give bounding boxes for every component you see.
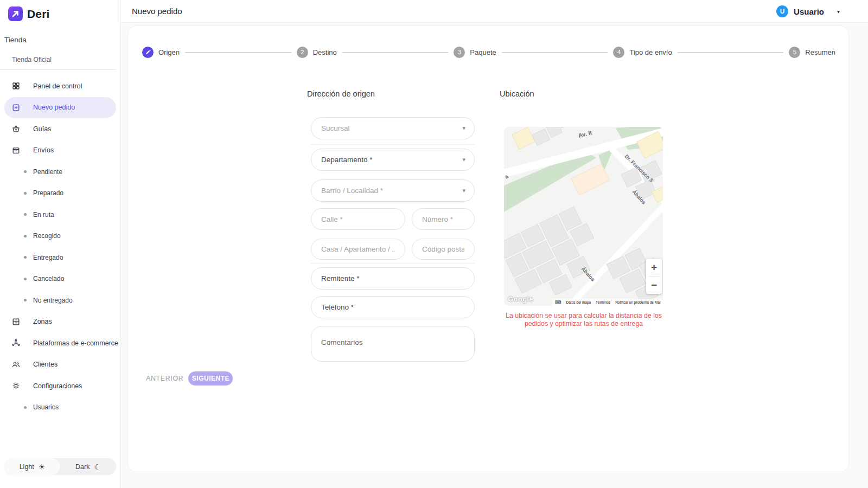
hub-icon bbox=[12, 339, 20, 347]
sidebar-item-clientes[interactable]: Clientes bbox=[0, 354, 120, 376]
theme-dark-button[interactable]: Dark ☾ bbox=[60, 458, 116, 475]
grid-window-icon bbox=[12, 318, 20, 326]
sidebar-item-zonas[interactable]: Zonas bbox=[0, 311, 120, 333]
map-attribution: ⌨ Datos del mapa Términos Notificar un p… bbox=[552, 299, 663, 306]
step-resumen[interactable]: 5 Resumen bbox=[789, 47, 835, 58]
theme-toggle: Light ☀ Dark ☾ bbox=[4, 458, 116, 475]
map-section-title: Ubicación bbox=[500, 89, 534, 98]
location-map[interactable]: Av. It a Dr. Francisco S Ábalos Ábalos G… bbox=[504, 127, 663, 306]
calle-input[interactable] bbox=[311, 208, 405, 230]
step-label: Paquete bbox=[470, 48, 496, 56]
barrio-select[interactable]: Barrio / Localidad * ▾ bbox=[311, 179, 475, 202]
archive-box-icon bbox=[12, 146, 20, 155]
sidebar-item-guias[interactable]: Guías bbox=[0, 118, 120, 140]
gear-icon bbox=[12, 382, 20, 390]
map-zoom-control: + − bbox=[646, 259, 662, 294]
app-logo[interactable]: Deri bbox=[8, 7, 50, 21]
helper-line-2: pedidos y optimizar las rutas de entrega bbox=[493, 320, 675, 328]
map-terms-link[interactable]: Términos bbox=[596, 300, 610, 304]
bullet-dot-icon bbox=[24, 213, 27, 216]
map-report-link[interactable]: Notificar un problema de Mar bbox=[615, 300, 661, 304]
sidebar-item-entregado[interactable]: Entregado bbox=[0, 247, 120, 268]
sidebar-item-no-entregado[interactable]: No entregado bbox=[0, 290, 120, 311]
sidebar-item-label: Nuevo pedido bbox=[33, 104, 75, 111]
sidebar-nav: Panel de control Nuevo pedido Guías bbox=[0, 75, 120, 418]
google-watermark: Google bbox=[508, 295, 533, 303]
helper-line-1: La ubicación se usar para calcular la di… bbox=[493, 312, 675, 320]
telefono-input[interactable] bbox=[311, 296, 475, 318]
sidebar-item-en-ruta[interactable]: En ruta bbox=[0, 204, 120, 226]
sidebar-item-plataformas-ecommerce[interactable]: Plataformas de e-commerce bbox=[0, 332, 120, 354]
keyboard-icon[interactable]: ⌨ bbox=[555, 300, 561, 305]
bullet-dot-icon bbox=[24, 235, 27, 237]
sidebar-item-preparado[interactable]: Preparado bbox=[0, 183, 120, 204]
sidebar-subitem-label: Usuarios bbox=[33, 403, 59, 411]
sidebar-item-panel-de-control[interactable]: Panel de control bbox=[0, 75, 120, 97]
sidebar-subitem-label: No entregado bbox=[33, 297, 73, 304]
step-destino-circle: 2 bbox=[297, 47, 308, 58]
sidebar-item-envios[interactable]: Envíos bbox=[0, 140, 120, 162]
comentarios-textarea[interactable] bbox=[311, 326, 475, 362]
map-canvas: Av. It a Dr. Francisco S Ábalos Ábalos bbox=[504, 127, 663, 306]
numero-input[interactable] bbox=[412, 208, 475, 230]
zoom-in-button[interactable]: + bbox=[646, 259, 662, 276]
wizard-actions: ANTERIOR SIGUIENTE bbox=[146, 371, 233, 386]
sidebar-item-label: Envíos bbox=[33, 146, 54, 154]
basket-icon bbox=[12, 125, 20, 133]
casa-apartamento-input[interactable] bbox=[311, 239, 405, 260]
zoom-out-button[interactable]: − bbox=[646, 277, 662, 294]
sidebar-item-label: Zonas bbox=[33, 318, 52, 325]
sucursal-placeholder: Sucursal bbox=[321, 124, 350, 132]
sun-icon: ☀ bbox=[39, 463, 46, 471]
sidebar-subitem-label: Recogido bbox=[33, 232, 61, 240]
people-icon bbox=[12, 361, 20, 369]
sidebar-item-cancelado[interactable]: Cancelado bbox=[0, 268, 120, 290]
sidebar-item-label: Guías bbox=[33, 125, 51, 133]
bullet-dot-icon bbox=[24, 278, 27, 280]
siguiente-button[interactable]: SIGUIENTE bbox=[188, 371, 233, 386]
theme-dark-label: Dark bbox=[75, 463, 90, 471]
theme-light-button[interactable]: Light ☀ bbox=[4, 458, 60, 475]
step-label: Resumen bbox=[805, 48, 835, 56]
sidebar-item-recogido[interactable]: Recogido bbox=[0, 226, 120, 247]
form-divider bbox=[311, 263, 475, 264]
departamento-select[interactable]: Departamento * ▾ bbox=[311, 149, 475, 171]
sucursal-select[interactable]: Sucursal ▾ bbox=[311, 117, 475, 139]
bullet-dot-icon bbox=[24, 170, 27, 173]
step-label: Origen bbox=[158, 48, 180, 56]
bullet-dot-icon bbox=[24, 192, 27, 195]
step-paquete[interactable]: 3 Paquete bbox=[454, 47, 496, 58]
new-order-card: Origen 2 Destino 3 Paquete 4 Tipo de env… bbox=[127, 25, 849, 472]
sidebar: Deri Tienda Tienda Oficial Panel de cont… bbox=[0, 0, 120, 488]
store-selector[interactable]: Tienda Oficial bbox=[12, 56, 52, 63]
sidebar-item-configuraciones[interactable]: Configuraciones bbox=[0, 375, 120, 397]
pencil-icon bbox=[145, 49, 151, 55]
brand-name: Deri bbox=[27, 8, 50, 21]
anterior-button[interactable]: ANTERIOR bbox=[146, 375, 183, 382]
step-label: Tipo de envío bbox=[629, 48, 672, 56]
chevron-down-icon: ▾ bbox=[462, 156, 465, 163]
step-tipo-circle: 4 bbox=[613, 47, 624, 58]
bullet-dot-icon bbox=[24, 256, 27, 259]
codigo-postal-input[interactable] bbox=[412, 239, 475, 260]
map-data-link[interactable]: Datos del mapa bbox=[566, 300, 591, 304]
stepper-connector bbox=[342, 52, 449, 53]
sidebar-item-label: Plataformas de e-commerce bbox=[33, 339, 118, 347]
sidebar-item-nuevo-pedido[interactable]: Nuevo pedido bbox=[4, 97, 116, 119]
sidebar-item-label: Clientes bbox=[33, 361, 58, 368]
step-destino[interactable]: 2 Destino bbox=[297, 47, 337, 58]
location-helper-text: La ubicación se usar para calcular la di… bbox=[493, 312, 675, 328]
page-title: Nuevo pedido bbox=[132, 7, 182, 16]
remitente-input[interactable] bbox=[311, 267, 475, 290]
sidebar-subitem-label: Entregado bbox=[33, 254, 63, 261]
sidebar-subitem-label: Preparado bbox=[33, 189, 63, 197]
sidebar-item-usuarios[interactable]: Usuarios bbox=[0, 397, 120, 419]
user-menu[interactable]: U Usuario ▾ bbox=[776, 0, 840, 23]
sidebar-item-pendiente[interactable]: Pendiente bbox=[0, 161, 120, 183]
step-origen[interactable]: Origen bbox=[142, 47, 180, 58]
step-tipo-de-envio[interactable]: 4 Tipo de envío bbox=[613, 47, 672, 58]
chevron-down-icon: ▾ bbox=[462, 187, 465, 194]
step-origen-circle bbox=[142, 47, 154, 58]
deri-logo-icon bbox=[8, 7, 23, 21]
bullet-dot-icon bbox=[24, 406, 27, 409]
